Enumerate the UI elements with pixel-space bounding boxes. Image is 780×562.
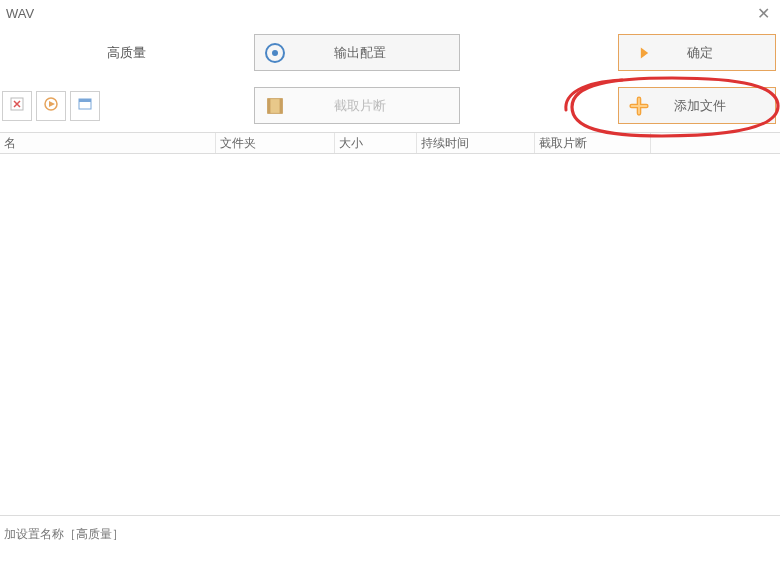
col-spacer (651, 133, 780, 153)
svg-point-1 (272, 50, 278, 56)
col-duration[interactable]: 持续时间 (417, 133, 535, 153)
svg-rect-7 (268, 98, 271, 113)
cut-segment-label: 截取片断 (289, 97, 459, 115)
toolbar-row-1: 高质量 输出配置 确定 (0, 26, 780, 79)
col-cut-segment[interactable]: 截取片断 (535, 133, 651, 153)
close-icon[interactable]: ✕ (753, 4, 774, 23)
status-text: 加设置名称［高质量］ (0, 516, 780, 543)
film-icon (261, 92, 289, 120)
add-files-button[interactable]: 添加文件 (618, 87, 776, 124)
col-size[interactable]: 大小 (335, 133, 417, 153)
play-button[interactable] (36, 91, 66, 121)
quality-label: 高质量 (107, 44, 146, 62)
preview-button[interactable] (70, 91, 100, 121)
ok-button[interactable]: 确定 (618, 34, 776, 71)
arrow-icon (625, 39, 653, 67)
play-icon (43, 96, 59, 115)
window-title: WAV (6, 6, 34, 21)
svg-rect-8 (280, 98, 283, 113)
output-config-label: 输出配置 (289, 44, 459, 62)
table-header: 名 文件夹 大小 持续时间 截取片断 (0, 132, 780, 154)
toolbar-row-2: 截取片断 添加文件 (0, 79, 780, 132)
col-filename[interactable]: 名 (0, 133, 216, 153)
col-folder[interactable]: 文件夹 (216, 133, 335, 153)
titlebar: WAV ✕ (0, 0, 780, 26)
settings-icon (261, 39, 289, 67)
cut-segment-button[interactable]: 截取片断 (254, 87, 460, 124)
file-list[interactable] (0, 154, 780, 516)
svg-rect-5 (79, 99, 91, 102)
plus-icon (625, 92, 653, 120)
preview-icon (77, 96, 93, 115)
add-files-label: 添加文件 (653, 97, 775, 115)
delete-icon (9, 96, 25, 115)
output-config-button[interactable]: 输出配置 (254, 34, 460, 71)
delete-button[interactable] (2, 91, 32, 121)
ok-label: 确定 (653, 44, 775, 62)
